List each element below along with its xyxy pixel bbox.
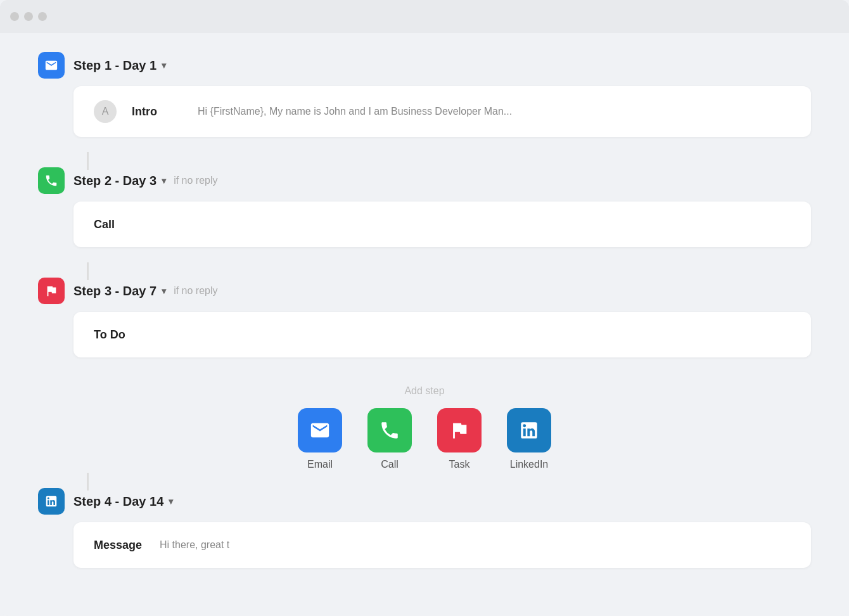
step-3-body-wrapper: To Do <box>73 312 811 357</box>
add-call-button[interactable]: Call <box>367 408 412 470</box>
step-1-label: Intro <box>132 105 182 119</box>
step-3-icon[interactable] <box>38 278 65 304</box>
add-step-area: Add step Email Call <box>38 375 811 475</box>
step-1-block: Step 1 - Day 1 ▾ A Intro Hi {FirstName},… <box>38 52 811 137</box>
step-4-preview: Hi there, great t <box>160 539 229 551</box>
step-3-title[interactable]: Step 3 - Day 7 ▾ if no reply <box>73 284 218 298</box>
add-email-label: Email <box>307 459 333 470</box>
step-2-label: Call <box>94 218 144 231</box>
step-2-title[interactable]: Step 2 - Day 3 ▾ if no reply <box>73 174 218 188</box>
step-2-icon[interactable] <box>38 167 65 194</box>
add-email-icon <box>298 408 342 452</box>
step-1-body[interactable]: A Intro Hi {FirstName}, My name is John … <box>73 86 811 137</box>
step-4-block: Step 4 - Day 14 ▾ Message Hi there, grea… <box>38 488 811 568</box>
step-2-no-reply: if no reply <box>174 175 217 186</box>
step-3-header: Step 3 - Day 7 ▾ if no reply <box>38 278 811 304</box>
add-step-label: Add step <box>38 385 811 397</box>
step-1-preview: Hi {FirstName}, My name is John and I am… <box>198 106 512 117</box>
step-3-chevron: ▾ <box>162 286 166 296</box>
add-email-button[interactable]: Email <box>298 408 342 470</box>
step-2-header: Step 2 - Day 3 ▾ if no reply <box>38 167 811 194</box>
step-4-icon[interactable] <box>38 488 65 515</box>
main-content: Step 1 - Day 1 ▾ A Intro Hi {FirstName},… <box>0 33 849 605</box>
add-linkedin-button[interactable]: LinkedIn <box>507 408 551 470</box>
step-2-chevron: ▾ <box>162 176 166 186</box>
titlebar <box>0 0 849 33</box>
step-3-label: To Do <box>94 328 144 342</box>
step-3-block: Step 3 - Day 7 ▾ if no reply To Do <box>38 278 811 357</box>
task-icon <box>44 284 58 298</box>
step-1-title[interactable]: Step 1 - Day 1 ▾ <box>73 58 166 73</box>
add-task-label: Task <box>449 459 470 470</box>
window-dot-yellow <box>24 12 33 21</box>
add-linkedin-label: LinkedIn <box>510 459 549 470</box>
add-task-button[interactable]: Task <box>437 408 482 470</box>
task-add-icon <box>449 420 470 441</box>
add-call-icon <box>367 408 412 452</box>
step-1-header: Step 1 - Day 1 ▾ <box>38 52 811 79</box>
step-2-body-wrapper: Call <box>73 202 811 247</box>
step-4-body[interactable]: Message Hi there, great t <box>73 522 811 568</box>
linkedin-add-icon <box>518 420 540 441</box>
email-add-icon <box>309 420 331 441</box>
step-1-chevron: ▾ <box>162 60 166 70</box>
step-type-buttons: Email Call Task <box>38 408 811 470</box>
step-4-body-wrapper: Message Hi there, great t <box>73 522 811 568</box>
step-1-body-wrapper: A Intro Hi {FirstName}, My name is John … <box>73 86 811 137</box>
step-1-icon[interactable] <box>38 52 65 79</box>
step-2-body[interactable]: Call <box>73 202 811 247</box>
call-icon <box>44 174 58 188</box>
add-call-label: Call <box>381 459 399 470</box>
step-4-chevron: ▾ <box>169 496 173 506</box>
step-3-body[interactable]: To Do <box>73 312 811 357</box>
window-dot-green <box>38 12 47 21</box>
add-linkedin-icon <box>507 408 551 452</box>
window-dot-red <box>10 12 19 21</box>
app-window: Step 1 - Day 1 ▾ A Intro Hi {FirstName},… <box>0 0 849 616</box>
linkedin-icon <box>44 494 58 508</box>
step-1-avatar: A <box>94 100 117 123</box>
email-icon <box>44 58 58 72</box>
step-2-block: Step 2 - Day 3 ▾ if no reply Call <box>38 167 811 247</box>
step-4-header: Step 4 - Day 14 ▾ <box>38 488 811 515</box>
step-4-title[interactable]: Step 4 - Day 14 ▾ <box>73 494 173 509</box>
step-4-label: Message <box>94 539 144 552</box>
call-add-icon <box>379 420 400 441</box>
add-task-icon <box>437 408 482 452</box>
step-3-no-reply: if no reply <box>174 285 217 297</box>
